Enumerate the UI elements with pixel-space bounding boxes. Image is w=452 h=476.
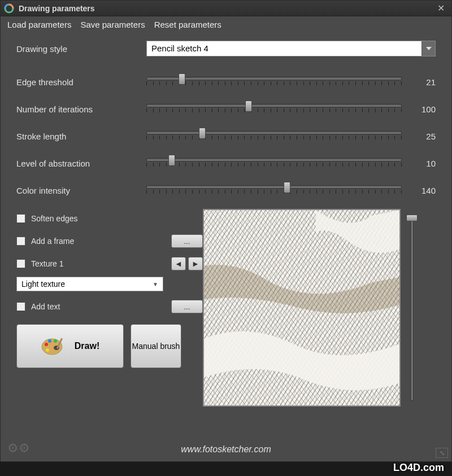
slider-row: Level of abstraction10 bbox=[16, 155, 436, 172]
add-text-label: Add text bbox=[31, 302, 60, 311]
content: Drawing style Pencil sketch 4 Edge thres… bbox=[1, 33, 451, 414]
manual-brush-label: Manual brush bbox=[132, 341, 180, 351]
texture-select[interactable]: Light texture ▼ bbox=[16, 277, 163, 291]
preview-zoom-slider[interactable] bbox=[405, 209, 419, 407]
options-panel: Soften edges Add a frame ... Texture 1 ◄… bbox=[16, 209, 203, 407]
slider-row: Stroke length25 bbox=[16, 128, 436, 145]
slider-label: Edge threshold bbox=[16, 77, 146, 87]
slider-value: 25 bbox=[402, 132, 436, 141]
drawing-style-label: Drawing style bbox=[16, 44, 146, 54]
slider-thumb[interactable] bbox=[179, 73, 185, 85]
slider-row: Number of iterations100 bbox=[16, 101, 436, 117]
slider-thumb[interactable] bbox=[284, 182, 290, 193]
drawing-style-value: Pencil sketch 4 bbox=[147, 41, 421, 56]
manual-brush-button[interactable]: Manual brush bbox=[131, 324, 181, 368]
preview-image bbox=[203, 209, 401, 407]
slider-label: Color intensity bbox=[16, 186, 146, 195]
svg-point-5 bbox=[48, 339, 51, 343]
dialog-window: Drawing parameters ✕ Load parameters Sav… bbox=[0, 0, 452, 462]
texture-label: Texture 1 bbox=[31, 259, 64, 268]
texture-next-button[interactable]: ► bbox=[188, 257, 203, 270]
slider-thumb[interactable] bbox=[168, 155, 175, 166]
drawing-style-select[interactable]: Pencil sketch 4 bbox=[146, 41, 436, 56]
svg-point-7 bbox=[46, 348, 49, 352]
resize-handle-icon[interactable]: ⤡ bbox=[436, 448, 448, 458]
slider-thumb[interactable] bbox=[199, 128, 206, 139]
menubar: Load parameters Save parameters Reset pa… bbox=[1, 16, 451, 33]
slider-value: 21 bbox=[402, 77, 436, 87]
add-frame-checkbox[interactable] bbox=[16, 237, 25, 246]
slider-label: Number of iterations bbox=[16, 104, 146, 114]
vslider-thumb[interactable] bbox=[406, 215, 418, 221]
vslider-track bbox=[410, 215, 414, 401]
slider-value: 10 bbox=[402, 159, 436, 168]
svg-point-6 bbox=[54, 339, 57, 343]
slider-row: Color intensity140 bbox=[16, 182, 436, 199]
slider-label: Level of abstraction bbox=[16, 159, 146, 168]
texture-select-value: Light texture bbox=[21, 280, 65, 289]
menu-reset[interactable]: Reset parameters bbox=[154, 20, 221, 29]
soften-edges-checkbox[interactable] bbox=[16, 214, 25, 223]
draw-button[interactable]: Draw! bbox=[16, 324, 124, 368]
chevron-down-icon: ▼ bbox=[153, 281, 158, 287]
slider-1[interactable] bbox=[146, 101, 402, 117]
menu-load[interactable]: Load parameters bbox=[7, 20, 71, 29]
slider-value: 100 bbox=[402, 104, 436, 114]
add-text-checkbox[interactable] bbox=[16, 302, 25, 311]
draw-button-label: Draw! bbox=[75, 341, 99, 351]
watermark: LO4D.com bbox=[393, 462, 444, 474]
svg-point-4 bbox=[45, 343, 48, 346]
soften-edges-label: Soften edges bbox=[31, 214, 78, 223]
texture-prev-button[interactable]: ◄ bbox=[171, 257, 186, 270]
slider-row: Edge threshold21 bbox=[16, 73, 436, 90]
slider-thumb[interactable] bbox=[245, 101, 252, 112]
frame-options-button[interactable]: ... bbox=[171, 234, 203, 248]
close-icon[interactable]: ✕ bbox=[434, 3, 448, 14]
texture-checkbox[interactable] bbox=[16, 259, 25, 268]
svg-marker-1 bbox=[426, 47, 432, 50]
add-frame-label: Add a frame bbox=[31, 237, 74, 246]
add-text-options-button[interactable]: ... bbox=[171, 300, 203, 313]
palette-icon bbox=[41, 337, 66, 356]
window-title: Drawing parameters bbox=[19, 4, 95, 13]
slider-label: Stroke length bbox=[16, 132, 146, 141]
slider-value: 140 bbox=[402, 186, 436, 195]
slider-0[interactable] bbox=[146, 73, 402, 90]
app-icon bbox=[4, 3, 14, 14]
slider-2[interactable] bbox=[146, 128, 402, 145]
svg-point-2 bbox=[42, 339, 62, 355]
menu-save[interactable]: Save parameters bbox=[80, 20, 145, 29]
chevron-down-icon[interactable] bbox=[421, 41, 435, 56]
footer-url: www.fotosketcher.com bbox=[1, 444, 451, 455]
slider-3[interactable] bbox=[146, 155, 402, 172]
slider-4[interactable] bbox=[146, 182, 402, 199]
titlebar: Drawing parameters ✕ bbox=[1, 1, 451, 16]
